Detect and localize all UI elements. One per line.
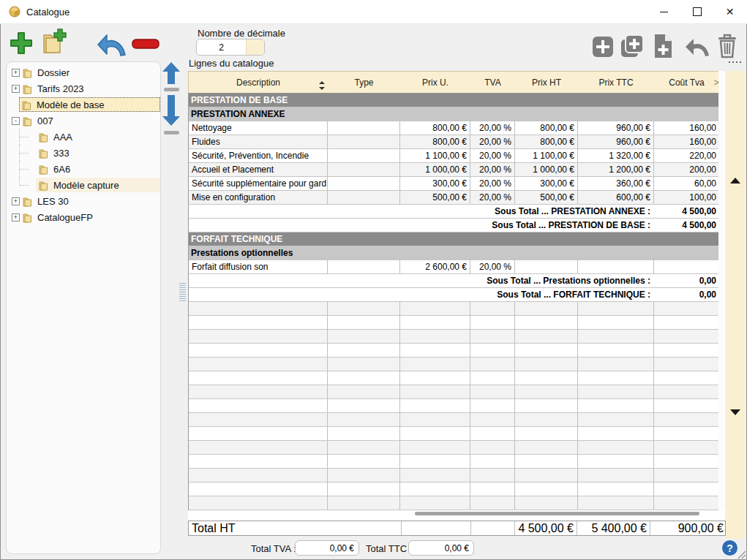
grid-cell[interactable] [400, 330, 470, 343]
grid-cell[interactable]: 20,00 % [470, 260, 515, 273]
grid-cell[interactable] [189, 441, 328, 454]
grid-cell[interactable]: Forfait diffusion son [189, 260, 328, 273]
help-button[interactable]: ? [722, 540, 737, 556]
grid-cell[interactable] [515, 385, 578, 398]
grid-cell[interactable] [189, 427, 328, 440]
grid-cell[interactable] [654, 260, 719, 273]
grid-cell[interactable] [189, 399, 328, 412]
grid-cell[interactable]: 800,00 € [400, 135, 470, 148]
grid-cell[interactable] [515, 455, 578, 468]
grid-cell[interactable]: 360,00 € [578, 177, 654, 190]
grid-cell[interactable] [654, 413, 719, 426]
grid-cell[interactable] [400, 399, 470, 412]
grid-cell[interactable] [400, 344, 470, 357]
grid-cell[interactable]: 20,00 % [470, 149, 515, 162]
expand-icon[interactable]: + [12, 85, 20, 93]
grid-cell[interactable] [189, 455, 328, 468]
grid-cell[interactable]: 1 100,00 € [515, 149, 578, 162]
tree-item-body[interactable]: 333 [36, 145, 160, 160]
grid-cell[interactable] [578, 260, 654, 273]
grid-cell[interactable] [328, 344, 400, 357]
grid-cell[interactable] [515, 371, 578, 385]
grid-cell[interactable] [400, 427, 470, 440]
tree-item[interactable]: AAA [7, 129, 160, 145]
vertical-scrollbar[interactable] [725, 71, 745, 539]
grid-cell[interactable] [328, 177, 400, 190]
grid-cell[interactable] [578, 455, 654, 468]
decimals-input[interactable] [197, 39, 246, 55]
tree-item-body[interactable]: LES 30 [20, 194, 160, 208]
total-ttc-input[interactable] [408, 540, 474, 556]
grid-cell[interactable]: 960,00 € [578, 135, 654, 148]
tree-item-body[interactable]: Modèle de base [19, 97, 160, 112]
grid-cell[interactable] [470, 441, 515, 454]
grid-cell[interactable] [400, 455, 470, 468]
grid-cell[interactable] [328, 385, 400, 398]
grid-cell[interactable] [400, 483, 470, 496]
grid-cell[interactable] [328, 469, 400, 482]
grid-cell[interactable] [328, 455, 400, 468]
tree-item[interactable]: -007 [7, 113, 160, 129]
column-header[interactable]: Prix U. [400, 77, 470, 88]
grid-cell[interactable] [470, 344, 515, 357]
grid-cell[interactable] [654, 357, 719, 371]
grid-cell[interactable] [578, 316, 654, 329]
grid-cell[interactable]: Sécurité supplémentaire pour gard [189, 177, 328, 190]
grid-cell[interactable] [578, 385, 654, 398]
tree-item-body[interactable]: Tarifs 2023 [20, 81, 160, 96]
grid-cell[interactable] [515, 260, 578, 273]
grid-cell[interactable]: 160,00 € [654, 135, 719, 148]
expand-icon[interactable]: + [12, 197, 20, 205]
grid-cell[interactable]: 800,00 € [515, 135, 578, 148]
tree-item[interactable]: +Dossier [7, 64, 160, 80]
grid-cell[interactable] [578, 413, 654, 426]
grid-cell[interactable] [515, 357, 578, 371]
column-header[interactable]: TVA [470, 77, 515, 88]
grid-cell[interactable] [515, 316, 578, 329]
grid-cell[interactable] [189, 357, 328, 371]
grid-cell[interactable] [654, 469, 719, 482]
tree-item-body[interactable]: 007 [20, 113, 160, 128]
column-header[interactable]: Prix HT [515, 77, 578, 88]
grid-cell[interactable] [515, 427, 578, 440]
grid-cell[interactable] [189, 469, 328, 482]
grid-cell[interactable]: 100,00 € [654, 191, 719, 204]
grid-cell[interactable]: 20,00 % [470, 135, 515, 148]
grid-cell[interactable] [578, 330, 654, 343]
grid-cell[interactable] [654, 455, 719, 468]
grid-cell[interactable] [515, 469, 578, 482]
grid-cell[interactable]: 60,00 € [654, 177, 719, 190]
grid-cell[interactable]: 20,00 % [470, 177, 515, 190]
undo-icon[interactable] [685, 37, 710, 57]
grid-cell[interactable] [470, 413, 515, 426]
grid-cell[interactable] [328, 163, 400, 176]
grid-cell[interactable]: 800,00 € [515, 121, 578, 135]
grid-cell[interactable]: 500,00 € [400, 191, 470, 204]
grid-cell[interactable] [470, 469, 515, 482]
grid-cell[interactable] [328, 135, 400, 148]
grid-cell[interactable] [515, 302, 578, 315]
scroll-up-icon[interactable] [730, 178, 740, 183]
grid-cell[interactable] [654, 371, 719, 385]
grid-cell[interactable] [470, 399, 515, 412]
grid-cell[interactable] [328, 121, 400, 135]
grid-cell[interactable]: Fluides [189, 135, 328, 148]
grid-cell[interactable] [578, 441, 654, 454]
grid-cell[interactable] [654, 427, 719, 440]
grid-cell[interactable] [654, 399, 719, 412]
grid-cell[interactable] [400, 441, 470, 454]
grid-cell[interactable] [328, 427, 400, 440]
grid-cell[interactable] [328, 330, 400, 343]
grid-cell[interactable] [578, 469, 654, 482]
collapse-icon[interactable]: - [12, 117, 20, 125]
grid-cell[interactable] [470, 371, 515, 385]
grid-cell[interactable] [400, 371, 470, 385]
hscroll-thumb[interactable] [415, 512, 699, 515]
grid-cell[interactable] [189, 344, 328, 357]
grid-cell[interactable] [654, 344, 719, 357]
tree-item[interactable]: 6A6 [7, 161, 160, 177]
tree-item[interactable]: 333 [7, 145, 160, 161]
grid-cell[interactable] [400, 302, 470, 315]
grid-cell[interactable] [470, 316, 515, 329]
add-folder-icon[interactable] [40, 28, 67, 56]
